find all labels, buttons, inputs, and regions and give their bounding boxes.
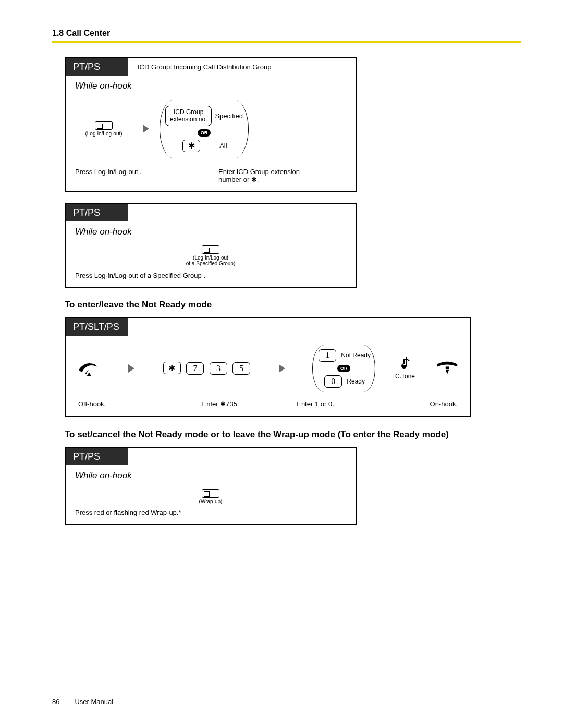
or-pill: OR: [198, 129, 211, 137]
doc-title: User Manual: [75, 698, 113, 706]
tab-note: ICD Group: Incoming Call Distribution Gr…: [138, 63, 272, 71]
note-icon: [398, 356, 412, 373]
svg-point-0: [402, 365, 406, 369]
button-caption-a: (Log-in/Log-out: [193, 255, 228, 261]
specified-label: Specified: [215, 112, 242, 120]
instruction-row: Off-hook. Enter ✱735. Enter 1 or 0. On-h…: [66, 395, 470, 416]
key-3: 3: [210, 362, 227, 375]
ext-line2: extension no.: [170, 116, 207, 123]
device-tab: PT/SLT/PS: [66, 318, 128, 336]
instr-offhook: Off-hook.: [78, 400, 173, 408]
dial-735-step: ✱ 7 3 5: [162, 362, 252, 375]
button-login-logout-specified: (Log-in/Log-out of a Specified Group): [169, 245, 252, 266]
device-tab: PT/PS: [66, 204, 128, 221]
page-number: 86: [52, 698, 59, 706]
arrow-right-icon: [143, 125, 149, 133]
divider-accent: [52, 41, 521, 43]
flexible-button-icon: [202, 245, 219, 254]
button-caption: (Log-in/Log-out): [85, 131, 122, 137]
ctone-label: C.Tone: [395, 373, 415, 380]
button-login-logout: (Log-in/Log-out): [75, 121, 132, 137]
instruction: Press Log-in/Log-out of a Specified Grou…: [66, 268, 356, 287]
device-tab: PT/PS: [66, 448, 128, 465]
key-star: ✱: [163, 362, 181, 374]
subheading-wrapup: To set/cancel the Not Ready mode or to l…: [65, 429, 521, 441]
onhook-step: [435, 357, 460, 380]
key-5: 5: [232, 362, 250, 375]
option-group: ICD Group extension no. Specified OR ✱ A…: [160, 100, 249, 158]
offhook-step: [76, 357, 101, 380]
button-wrapup: (Wrap-up): [182, 489, 239, 504]
offhook-icon: [76, 357, 101, 380]
instr-right-a: Enter ICD Group extension: [218, 168, 346, 176]
arrow-right-icon: [128, 364, 134, 373]
confirmation-tone: C.Tone: [395, 356, 415, 380]
procedure-box-login-logout: PT/PS ICD Group: Incoming Call Distribut…: [65, 57, 357, 192]
instr-right: Enter ICD Group extension number or ✱.: [218, 168, 346, 183]
condition-text: While on-hook: [66, 221, 356, 240]
arrow-right-icon: [279, 364, 285, 373]
instr-onhook: On-hook.: [363, 400, 458, 408]
star-key: ✱: [182, 140, 200, 152]
flexible-button-icon: [202, 489, 219, 498]
condition-text: While on-hook: [66, 76, 356, 94]
all-label: All: [219, 142, 227, 150]
procedure-box-wrapup: PT/PS While on-hook (Wrap-up) Press red …: [65, 447, 357, 525]
procedure-box-not-ready: PT/SLT/PS ✱ 7 3 5: [65, 317, 471, 417]
key-0: 0: [324, 375, 342, 388]
button-caption-b: of a Specified Group): [186, 261, 236, 266]
ext-line1: ICD Group: [170, 108, 207, 116]
subheading-not-ready: To enter/leave the Not Ready mode: [65, 299, 521, 311]
device-tab: PT/PS: [66, 58, 128, 76]
section-header: 1.8 Call Center: [52, 29, 521, 38]
procedure-box-login-logout-specified: PT/PS While on-hook (Log-in/Log-out of a…: [65, 203, 357, 288]
svg-rect-1: [446, 366, 449, 369]
page: 1.8 Call Center PT/PS ICD Group: Incomin…: [0, 0, 563, 728]
footer-separator: [67, 697, 67, 706]
key-1: 1: [319, 349, 336, 362]
or-pill: OR: [337, 365, 351, 372]
instr-enter10: Enter 1 or 0.: [268, 400, 363, 408]
option-group-ready: 1 Not Ready OR 0 Ready: [312, 345, 375, 392]
button-caption: (Wrap-up): [199, 499, 223, 504]
page-footer: 86 User Manual: [52, 697, 113, 706]
instr-right-b: number or ✱.: [218, 176, 346, 183]
instruction-row: Press Log-in/Log-out . Enter ICD Group e…: [66, 164, 356, 191]
condition-text: While on-hook: [66, 465, 356, 484]
ext-no-box: ICD Group extension no.: [165, 106, 212, 126]
ready-label: Ready: [347, 378, 365, 385]
instruction: Press red or flashing red Wrap-up.*: [66, 505, 356, 524]
flexible-button-icon: [95, 121, 113, 130]
instr-enter735: Enter ✱735.: [173, 400, 268, 408]
instr-left: Press Log-in/Log-out .: [75, 168, 203, 183]
not-ready-label: Not Ready: [341, 352, 371, 359]
onhook-icon: [435, 357, 460, 380]
key-7: 7: [186, 362, 204, 375]
